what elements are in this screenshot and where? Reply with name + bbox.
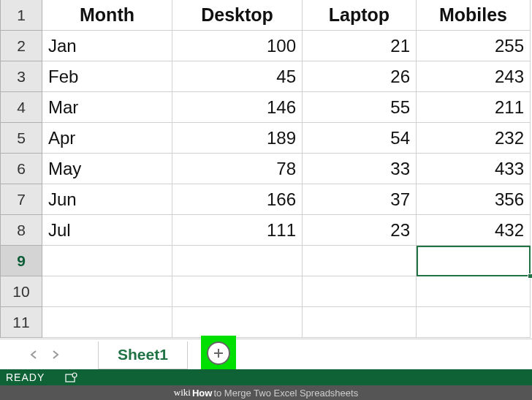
spreadsheet-grid[interactable]: 1 Month Desktop Laptop Mobiles 2 Jan 100… xyxy=(0,0,532,338)
cell[interactable] xyxy=(42,246,172,276)
cell[interactable] xyxy=(303,246,417,276)
add-sheet-highlight xyxy=(201,336,236,371)
row-header[interactable]: 10 xyxy=(0,276,42,307)
col-header-laptop[interactable]: Laptop xyxy=(303,0,417,31)
cell[interactable] xyxy=(417,276,531,307)
cell[interactable] xyxy=(42,307,172,338)
cell[interactable]: 146 xyxy=(172,92,303,123)
row-header[interactable]: 7 xyxy=(0,184,42,215)
cell[interactable] xyxy=(172,276,303,307)
cell[interactable]: 100 xyxy=(172,31,303,61)
cell[interactable] xyxy=(42,276,172,307)
cell[interactable]: 232 xyxy=(417,123,531,154)
cell[interactable]: May xyxy=(42,154,172,184)
watermark-suffix: to Merge Two Excel Spreadsheets xyxy=(213,388,358,399)
cell[interactable]: 255 xyxy=(417,31,531,61)
cell[interactable] xyxy=(172,246,303,276)
row-header[interactable]: 4 xyxy=(0,92,42,123)
cell[interactable]: 33 xyxy=(303,154,417,184)
cell[interactable]: Jul xyxy=(42,215,172,246)
row-header[interactable]: 2 xyxy=(0,31,42,61)
cell[interactable]: 111 xyxy=(172,215,303,246)
row-header[interactable]: 3 xyxy=(0,61,42,92)
watermark-prefix: wiki xyxy=(174,387,191,399)
watermark: wikiHow to Merge Two Excel Spreadsheets xyxy=(0,385,532,400)
add-sheet-button[interactable] xyxy=(207,341,230,365)
svg-point-1 xyxy=(72,373,77,377)
watermark-mid: How xyxy=(192,388,212,399)
cell[interactable]: 45 xyxy=(172,61,303,92)
row-header[interactable]: 6 xyxy=(0,154,42,184)
cell[interactable]: 243 xyxy=(417,61,531,92)
cell[interactable] xyxy=(172,307,303,338)
sheet-tab-active[interactable]: Sheet1 xyxy=(98,341,188,369)
cell[interactable]: Feb xyxy=(42,61,172,92)
cell[interactable]: 356 xyxy=(417,184,531,215)
cell[interactable]: 432 xyxy=(417,215,531,246)
sheet-tab-strip: Sheet1 xyxy=(0,339,532,369)
cell[interactable]: 26 xyxy=(303,61,417,92)
cell[interactable] xyxy=(303,276,417,307)
cell[interactable] xyxy=(417,307,531,338)
row-header[interactable]: 1 xyxy=(0,0,42,31)
cell[interactable]: 37 xyxy=(303,184,417,215)
cell[interactable]: Apr xyxy=(42,123,172,154)
cell[interactable]: 211 xyxy=(417,92,531,123)
cell[interactable] xyxy=(417,246,531,276)
sheet-nav-prev[interactable] xyxy=(25,346,42,363)
cell[interactable]: Jun xyxy=(42,184,172,215)
macro-record-icon[interactable] xyxy=(65,372,78,382)
cell[interactable]: 55 xyxy=(303,92,417,123)
row-header[interactable]: 5 xyxy=(0,123,42,154)
status-bar: READY xyxy=(0,369,532,385)
cell[interactable]: 21 xyxy=(303,31,417,61)
col-header-desktop[interactable]: Desktop xyxy=(172,0,303,31)
col-header-month[interactable]: Month xyxy=(42,0,172,31)
cell[interactable] xyxy=(303,307,417,338)
row-header[interactable]: 8 xyxy=(0,215,42,246)
cell[interactable]: Mar xyxy=(42,92,172,123)
cell[interactable]: 23 xyxy=(303,215,417,246)
row-header[interactable]: 11 xyxy=(0,307,42,338)
cell[interactable]: 166 xyxy=(172,184,303,215)
cell[interactable]: 54 xyxy=(303,123,417,154)
cell[interactable]: Jan xyxy=(42,31,172,61)
fill-handle[interactable] xyxy=(528,273,532,279)
cell[interactable]: 189 xyxy=(172,123,303,154)
sheet-nav-next[interactable] xyxy=(47,346,64,363)
cell[interactable]: 433 xyxy=(417,154,531,184)
status-text: READY xyxy=(6,371,45,383)
cell[interactable]: 78 xyxy=(172,154,303,184)
row-header-selected[interactable]: 9 xyxy=(0,246,42,276)
col-header-mobiles[interactable]: Mobiles xyxy=(417,0,531,31)
